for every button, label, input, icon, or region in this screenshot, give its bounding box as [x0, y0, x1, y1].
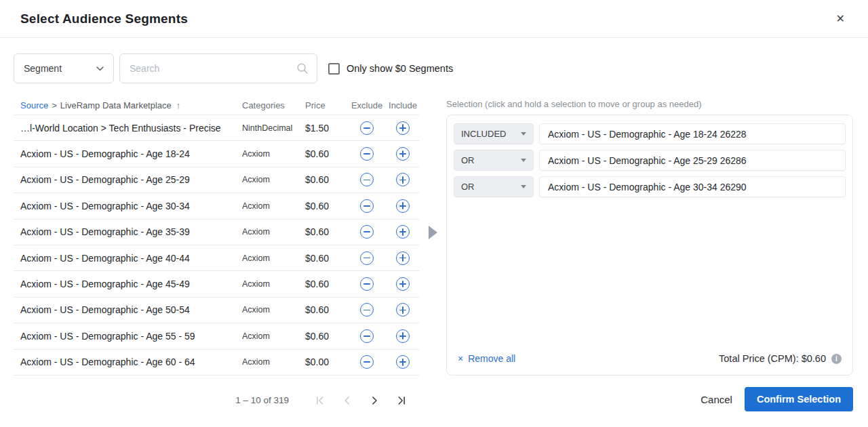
exclude-button[interactable] — [359, 198, 375, 214]
plus-circle-icon — [396, 329, 410, 343]
plus-circle-icon — [396, 199, 410, 213]
info-icon[interactable]: i — [831, 354, 842, 364]
plus-circle-icon — [396, 277, 410, 291]
plus-circle-icon — [396, 147, 410, 161]
search-input[interactable] — [119, 54, 317, 83]
column-header-categories: Categories — [242, 100, 305, 110]
table-row: Acxiom - US - Demographic - Age 35-39 Ac… — [14, 220, 419, 245]
plus-circle-icon — [396, 173, 410, 186]
include-button[interactable] — [395, 198, 411, 214]
confirm-selection-button[interactable]: Confirm Selection — [745, 387, 853, 411]
minus-circle-icon — [360, 121, 374, 135]
segment-category: Acxiom — [242, 331, 305, 341]
pagination: 1 – 10 of 319 — [14, 389, 419, 412]
total-price: Total Price (CPM): $0.60 i — [719, 353, 842, 364]
chevron-right-icon — [368, 394, 381, 407]
previous-page-button[interactable] — [334, 389, 361, 412]
operator-dropdown[interactable]: OR — [454, 176, 534, 197]
selection-item: OR Acxiom - US - Demographic - Age 30-34… — [454, 176, 846, 197]
column-header-include: Include — [387, 100, 419, 110]
sort-ascending-icon[interactable]: ↑ — [176, 100, 181, 110]
segment-price: $0.60 — [305, 331, 347, 342]
breadcrumb: Source > LiveRamp Data Marketplace ↑ — [14, 100, 242, 110]
column-header-exclude: Exclude — [347, 100, 387, 110]
table-row: Acxiom - US - Demographic - Age 25-29 Ac… — [14, 167, 419, 193]
segment-name: Acxiom - US - Demographic - Age 45-49 — [14, 279, 242, 289]
segment-name: Acxiom - US - Demographic - Age 35-39 — [14, 226, 242, 237]
chevron-down-icon — [96, 66, 104, 71]
exclude-button[interactable] — [359, 171, 375, 188]
exclude-button[interactable] — [359, 120, 375, 136]
segment-name: Acxiom - US - Demographic - Age 30-34 — [14, 201, 242, 211]
segment-type-dropdown[interactable]: Segment — [14, 54, 114, 83]
include-button[interactable] — [395, 354, 411, 370]
table-header-row: Source > LiveRamp Data Marketplace ↑ Cat… — [14, 97, 419, 113]
table-row: Acxiom - US - Demographic - Age 30-34 Ac… — [14, 193, 419, 219]
last-page-button[interactable] — [388, 389, 415, 412]
minus-circle-icon — [360, 173, 374, 186]
table-row: Acxiom - US - Demographic - Age 40-44 Ac… — [14, 245, 419, 271]
table-row: …l-World Location > Tech Enthusiasts - P… — [14, 115, 419, 141]
include-button[interactable] — [395, 224, 411, 240]
operator-value: OR — [461, 155, 475, 165]
only-zero-segments-toggle[interactable]: Only show $0 Segments — [328, 63, 453, 75]
include-button[interactable] — [395, 120, 411, 136]
segment-name: Acxiom - US - Demographic - Age 18-24 — [14, 148, 242, 159]
selected-segment[interactable]: Acxiom - US - Demographic - Age 25-29 26… — [539, 150, 846, 171]
exclude-button[interactable] — [359, 302, 375, 318]
close-button[interactable]: ✕ — [832, 9, 849, 28]
include-button[interactable] — [395, 146, 411, 162]
table-row: Acxiom - US - Demographic - Age 55 - 59 … — [14, 323, 419, 349]
segment-price: $0.60 — [305, 304, 347, 315]
transfer-arrow-section — [419, 97, 446, 412]
segment-price: $1.50 — [305, 123, 347, 134]
include-button[interactable] — [395, 302, 411, 318]
exclude-button[interactable] — [359, 354, 375, 370]
exclude-button[interactable] — [359, 328, 375, 344]
plus-circle-icon — [396, 225, 410, 239]
segment-name: Acxiom - US - Demographic - Age 25-29 — [14, 174, 242, 185]
include-button[interactable] — [395, 328, 411, 344]
exclude-button[interactable] — [359, 224, 375, 240]
segment-price: $0.00 — [305, 357, 347, 367]
cancel-button[interactable]: Cancel — [694, 388, 739, 411]
remove-all-button[interactable]: × Remove all — [458, 353, 515, 364]
include-button[interactable] — [395, 276, 411, 292]
segment-category: Acxiom — [242, 357, 305, 367]
operator-dropdown[interactable]: OR — [454, 150, 534, 171]
segment-price: $0.60 — [305, 279, 347, 289]
first-page-button[interactable] — [307, 389, 334, 412]
minus-circle-icon — [360, 303, 374, 317]
filter-toolbar: Segment Only show $0 Segments — [0, 38, 868, 83]
selection-footer: × Remove all Total Price (CPM): $0.60 i — [454, 353, 846, 364]
small-x-icon: × — [458, 353, 463, 364]
minus-circle-icon — [360, 225, 374, 239]
breadcrumb-source-link[interactable]: Source — [20, 100, 48, 110]
table-row: Acxiom - US - Demographic - Age 18-24 Ac… — [14, 141, 419, 167]
plus-circle-icon — [396, 121, 410, 135]
caret-down-icon — [521, 132, 526, 136]
search-box — [119, 54, 317, 83]
segment-name: …l-World Location > Tech Enthusiasts - P… — [14, 123, 242, 134]
include-button[interactable] — [395, 250, 411, 266]
next-page-button[interactable] — [361, 389, 388, 412]
include-button[interactable] — [395, 171, 411, 188]
exclude-button[interactable] — [359, 276, 375, 292]
table-row: Acxiom - US - Demographic - Age 50-54 Ac… — [14, 298, 419, 323]
selected-segment[interactable]: Acxiom - US - Demographic - Age 18-24 26… — [539, 123, 846, 144]
selected-segment[interactable]: Acxiom - US - Demographic - Age 30-34 26… — [539, 176, 846, 197]
checkbox-icon[interactable] — [328, 63, 340, 75]
segment-category: Acxiom — [242, 201, 305, 211]
operator-dropdown[interactable]: INCLUDED — [454, 123, 534, 144]
selection-header: Selection (click and hold a selection to… — [446, 97, 853, 113]
segments-table: …l-World Location > Tech Enthusiasts - P… — [14, 115, 419, 375]
total-price-label: Total Price (CPM): $0.60 — [719, 353, 826, 364]
segment-price: $0.60 — [305, 201, 347, 211]
column-header-price: Price — [305, 100, 347, 110]
table-row: Acxiom - US - Demographic - Age 60 - 64 … — [14, 350, 419, 375]
breadcrumb-separator: > — [52, 100, 57, 110]
exclude-button[interactable] — [359, 250, 375, 266]
plus-circle-icon — [396, 251, 410, 265]
segment-price: $0.60 — [305, 174, 347, 185]
exclude-button[interactable] — [359, 146, 375, 162]
